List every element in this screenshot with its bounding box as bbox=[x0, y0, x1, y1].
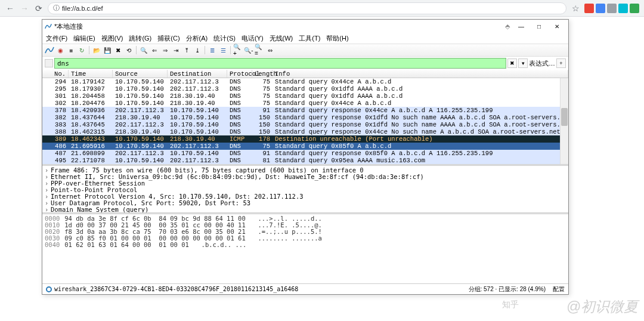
packet-row[interactable]: 29418.17914210.170.59.140202.117.112.3DN… bbox=[42, 78, 568, 85]
packet-details-pane[interactable]: ›Frame 486: 75 bytes on wire (600 bits),… bbox=[42, 166, 568, 212]
zoom-reset-icon[interactable]: 🔍= bbox=[255, 45, 264, 55]
filter-dropdown-icon[interactable]: ▾ bbox=[518, 58, 528, 68]
forward-button[interactable]: → bbox=[19, 3, 30, 14]
packet-scrollbar[interactable] bbox=[560, 78, 568, 164]
col-time[interactable]: Time bbox=[69, 70, 113, 78]
wireshark-window: *本地连接 ⬘ — □ ✕ 文件(F)编辑(E)视图(V)跳转(G)捕获(C)分… bbox=[42, 19, 569, 295]
statusbar: wireshark_23867C34-0729-4CB1-8ED4-033208… bbox=[42, 283, 568, 294]
filter-bookmark-icon[interactable] bbox=[45, 59, 53, 67]
menubar: 文件(F)编辑(E)视图(V)跳转(G)捕获(C)分析(A)统计(S)电话(Y)… bbox=[42, 33, 568, 44]
wireshark-icon bbox=[45, 23, 52, 30]
packet-row[interactable]: 30218.20447610.170.59.140218.30.19.40DNS… bbox=[42, 100, 568, 107]
extension-icons bbox=[584, 4, 639, 13]
menu-item-4[interactable]: 捕获(C) bbox=[157, 34, 179, 43]
ext-icon-5[interactable] bbox=[630, 4, 639, 13]
menu-item-8[interactable]: 无线(W) bbox=[270, 34, 293, 43]
scrollbar-thumb[interactable] bbox=[561, 108, 568, 126]
capture-options-icon[interactable] bbox=[45, 45, 54, 55]
toolbar: ◉ ■ ↻ 📂 💾 ✖ ⟲ 🔍 ⇐ ⇒ ⇥ ⤒ ⤓ ≣ ☰ 🔍+ 🔍- 🔍= ⇔ bbox=[42, 44, 568, 57]
add-filter-icon[interactable]: + bbox=[556, 58, 566, 68]
window-title: *本地连接 bbox=[54, 22, 505, 31]
menu-item-10[interactable]: 帮助(H) bbox=[326, 34, 348, 43]
packet-row[interactable]: 30118.20445810.170.59.140218.30.19.40DNS… bbox=[42, 92, 568, 100]
ext-icon-2[interactable] bbox=[596, 4, 605, 13]
ext-icon-3[interactable] bbox=[607, 4, 617, 13]
back-button[interactable]: ← bbox=[5, 3, 16, 14]
ext-icon-1[interactable] bbox=[584, 4, 594, 13]
menu-item-2[interactable]: 视图(V) bbox=[101, 34, 123, 43]
colorize-icon[interactable]: ☰ bbox=[218, 45, 228, 55]
packet-row[interactable]: 29518.17930710.170.59.140202.117.112.3DN… bbox=[42, 85, 568, 92]
save-icon[interactable]: 💾 bbox=[103, 45, 112, 55]
pin-icon[interactable]: ⬘ bbox=[505, 23, 510, 30]
bookmark-icon[interactable]: ☆ bbox=[570, 3, 581, 14]
stop-capture-icon[interactable]: ■ bbox=[66, 45, 76, 55]
filter-bar: ✖ ▾ 表达式… + bbox=[42, 57, 568, 70]
resize-cols-icon[interactable]: ⇔ bbox=[265, 45, 275, 55]
status-profile[interactable]: 配置 bbox=[553, 285, 565, 294]
packet-row[interactable]: 37818.420936202.117.112.310.170.59.140DN… bbox=[42, 107, 568, 114]
expert-info-icon[interactable] bbox=[46, 286, 52, 292]
menu-item-9[interactable]: 工具(T) bbox=[299, 34, 320, 43]
col-info[interactable]: Info bbox=[273, 70, 568, 78]
reload-file-icon[interactable]: ⟲ bbox=[124, 45, 134, 55]
col-len[interactable]: Length bbox=[252, 70, 273, 78]
packet-row[interactable]: 48721.698899202.117.112.310.170.59.140DN… bbox=[42, 150, 568, 157]
go-forward-icon[interactable]: ⇒ bbox=[160, 45, 170, 55]
menu-item-5[interactable]: 分析(A) bbox=[186, 34, 208, 43]
go-last-icon[interactable]: ⤓ bbox=[193, 45, 202, 55]
packet-list-pane: No. Time Source Destination Protocol Len… bbox=[42, 70, 568, 164]
menu-item-0[interactable]: 文件(F) bbox=[46, 34, 67, 43]
menu-item-6[interactable]: 统计(S) bbox=[213, 34, 236, 43]
watermark-user: @初识微夏 bbox=[566, 297, 638, 316]
detail-item[interactable]: ›Domain Name System (query) bbox=[45, 206, 566, 212]
menu-item-1[interactable]: 编辑(E) bbox=[73, 34, 95, 43]
start-capture-icon[interactable]: ◉ bbox=[55, 45, 65, 55]
expression-label[interactable]: 表达式… bbox=[529, 59, 555, 68]
restart-capture-icon[interactable]: ↻ bbox=[77, 45, 86, 55]
reload-button[interactable]: ⟳ bbox=[33, 3, 44, 14]
minimize-button[interactable]: — bbox=[512, 20, 530, 32]
display-filter-input[interactable] bbox=[54, 58, 506, 69]
packet-row[interactable]: 38918.46234310.170.59.140218.30.19.40ICM… bbox=[42, 135, 568, 143]
packet-row[interactable]: 38818.462315218.30.19.4010.170.59.140DNS… bbox=[42, 128, 568, 135]
packet-row[interactable]: 49522.17107810.170.59.140202.117.112.3DN… bbox=[42, 157, 568, 164]
status-packets: 分组: 572 · 已显示: 28 (4.9%) bbox=[469, 285, 546, 294]
url-bar[interactable]: ⓘ file://a.b.c.d/ef bbox=[48, 2, 566, 14]
zoom-out-icon[interactable]: 🔍- bbox=[244, 45, 253, 55]
autoscroll-icon[interactable]: ≣ bbox=[208, 45, 217, 55]
url-text: file://a.b.c.d/ef bbox=[62, 5, 103, 12]
menu-item-3[interactable]: 跳转(G) bbox=[129, 34, 151, 43]
clear-filter-icon[interactable]: ✖ bbox=[507, 58, 517, 68]
ext-icon-4[interactable] bbox=[618, 4, 628, 13]
packet-row[interactable]: 48621.69591610.170.59.140202.117.112.3DN… bbox=[42, 143, 568, 150]
open-icon[interactable]: 📂 bbox=[92, 45, 101, 55]
titlebar: *本地连接 ⬘ — □ ✕ bbox=[42, 20, 568, 33]
status-file: wireshark_23867C34-0729-4CB1-8ED4-033208… bbox=[54, 286, 298, 292]
byte-row[interactable]: 004001 62 01 63 01 64 00 00 01 00 01 .b.… bbox=[45, 242, 566, 248]
find-icon[interactable]: 🔍 bbox=[139, 45, 148, 55]
col-source[interactable]: Source bbox=[113, 70, 168, 78]
menu-item-7[interactable]: 电话(Y) bbox=[242, 34, 264, 43]
packet-list-header[interactable]: No. Time Source Destination Protocol Len… bbox=[42, 70, 568, 78]
packet-row[interactable]: 38218.437644218.30.19.4010.170.59.140DNS… bbox=[42, 114, 568, 121]
browser-toolbar: ← → ⟳ ⓘ file://a.b.c.d/ef ☆ bbox=[0, 0, 644, 17]
packet-row[interactable]: 38318.437645202.117.112.310.170.59.140DN… bbox=[42, 121, 568, 128]
close-button[interactable]: ✕ bbox=[548, 20, 566, 32]
close-file-icon[interactable]: ✖ bbox=[113, 45, 123, 55]
go-back-icon[interactable]: ⇐ bbox=[150, 45, 159, 55]
watermark-zhihu: 知乎 bbox=[502, 300, 519, 310]
col-dest[interactable]: Destination bbox=[168, 70, 227, 78]
info-icon: ⓘ bbox=[53, 4, 60, 13]
col-no[interactable]: No. bbox=[42, 70, 69, 78]
zoom-in-icon[interactable]: 🔍+ bbox=[233, 45, 243, 55]
maximize-button[interactable]: □ bbox=[530, 20, 548, 32]
col-proto[interactable]: Protocol bbox=[227, 70, 252, 78]
jump-icon[interactable]: ⇥ bbox=[171, 45, 181, 55]
packet-bytes-pane[interactable]: 000094 db da 3e 8f cf 6c 0b 84 09 bc 9d … bbox=[42, 214, 568, 283]
go-first-icon[interactable]: ⤒ bbox=[182, 45, 191, 55]
